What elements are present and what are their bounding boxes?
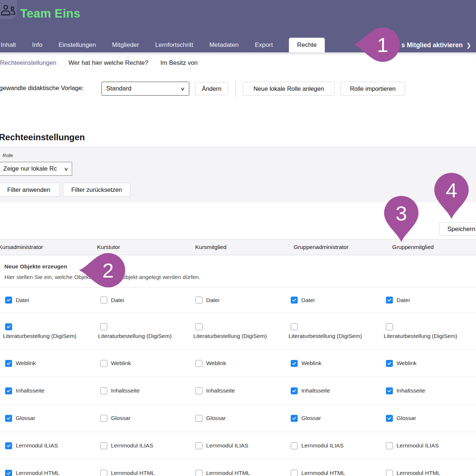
tab-metadaten[interactable]: Metadaten <box>209 38 239 52</box>
annotation-marker-1: 1 <box>354 27 400 62</box>
subnav: RechteeinstellungenWer hat hier welche R… <box>0 52 476 73</box>
subtab-wer-hat-hier-welche-rechte[interactable]: Wer hat hier welche Rechte? <box>68 59 148 67</box>
checkbox-glossar-col3[interactable] <box>196 415 202 422</box>
permission-cell: Lernmodul HTML <box>286 460 381 476</box>
annotation-marker-3: 3 <box>384 196 419 242</box>
checkbox-label: Weblink <box>397 360 417 367</box>
checkbox-weblink-col1[interactable] <box>5 360 12 367</box>
checkbox-lernmodul-html-col2[interactable] <box>100 470 107 476</box>
checkbox-datei-col3[interactable] <box>196 297 202 304</box>
annotation-number: 4 <box>434 173 469 207</box>
tab-rechte[interactable]: Rechte <box>289 38 325 52</box>
permission-cell: Lernmodul HTML <box>95 460 190 476</box>
checkbox-lernmodul-html-col5[interactable] <box>386 470 393 476</box>
checkbox-label: Inhaltsseite <box>301 387 330 394</box>
tab-inhalt[interactable]: Inhalt <box>1 38 16 52</box>
tab-lernfortschritt[interactable]: Lernfortschritt <box>155 38 193 52</box>
checkbox-weblink-col2[interactable] <box>100 360 107 367</box>
column-header-kurstutor: Kurstutor <box>95 244 190 250</box>
checkbox-glossar-col2[interactable] <box>100 415 107 422</box>
checkbox-glossar-col4[interactable] <box>291 415 298 422</box>
checkbox-lernmodul-html-col3[interactable] <box>196 470 202 476</box>
checkbox-lernmodul-ilias-col1[interactable] <box>5 442 12 449</box>
checkbox-weblink-col5[interactable] <box>386 360 393 367</box>
didactic-template-select[interactable]: Standard ∨ <box>101 82 189 96</box>
permission-cell: Lernmodul HTML <box>381 460 476 476</box>
permission-cell: Weblink <box>95 350 190 377</box>
permission-cell: Inhaltsseite <box>95 377 190 404</box>
checkbox-label: Datei <box>206 297 219 304</box>
checkbox-literaturbestellung-digisem-col4[interactable] <box>291 323 298 330</box>
import-role-button[interactable]: Rolle importieren <box>341 82 405 96</box>
permission-row-literaturbestellung-digisem: Literaturbestellung (DigiSem)Literaturbe… <box>0 313 476 350</box>
tab-einstellungen[interactable]: Einstellungen <box>59 38 96 52</box>
checkbox-label: Literaturbestellung (DigiSem) <box>193 333 267 339</box>
change-template-button[interactable]: Ändern <box>195 82 228 95</box>
checkbox-inhaltsseite-col4[interactable] <box>291 387 298 394</box>
checkbox-label: Weblink <box>301 360 321 367</box>
checkbox-literaturbestellung-digisem-col3[interactable] <box>196 323 202 330</box>
checkbox-literaturbestellung-digisem-col5[interactable] <box>386 323 393 330</box>
checkbox-glossar-col5[interactable] <box>386 415 393 422</box>
checkbox-label: Glossar <box>16 415 35 421</box>
checkbox-label: Inhaltsseite <box>111 387 140 394</box>
annotation-number: 3 <box>384 196 419 230</box>
role-filter-label: Rolle <box>3 153 13 158</box>
checkbox-label: Literaturbestellung (DigiSem) <box>98 333 172 339</box>
tab-mitglieder[interactable]: Mitglieder <box>112 38 139 52</box>
subtab-im-besitz-von[interactable]: Im Besitz von <box>160 59 198 67</box>
checkbox-inhaltsseite-col5[interactable] <box>386 387 393 394</box>
permission-cell: Lernmodul HTML <box>190 460 286 476</box>
checkbox-label: Lernmodul ILIAS <box>397 442 439 449</box>
subtab-rechteeinstellungen[interactable]: Rechteeinstellungen <box>0 59 56 67</box>
checkbox-label: Glossar <box>206 415 226 421</box>
permission-row-lernmodul-ilias: Lernmodul ILIASLernmodul ILIASLernmodul … <box>0 432 476 460</box>
permission-cell: Weblink <box>190 350 286 377</box>
checkbox-lernmodul-ilias-col5[interactable] <box>386 442 393 449</box>
checkbox-label: Lernmodul HTML <box>301 470 345 476</box>
chevron-down-icon: ∨ <box>181 86 185 92</box>
page: Team Eins InhaltInfoEinstellungenMitglie… <box>0 0 476 476</box>
checkbox-weblink-col3[interactable] <box>196 360 202 367</box>
role-filter-select-value: Zeige nur lokale Rc <box>3 165 57 172</box>
checkbox-inhaltsseite-col2[interactable] <box>100 387 107 394</box>
checkbox-lernmodul-ilias-col2[interactable] <box>100 442 107 449</box>
section-heading: Rechteeinstellungen <box>0 132 85 142</box>
new-local-role-button[interactable]: Neue lokale Rolle anlegen <box>243 82 335 96</box>
checkbox-weblink-col4[interactable] <box>291 360 298 367</box>
permission-cell: Datei <box>0 287 95 313</box>
activate-member-action[interactable]: s Mitglied aktivieren ❯ <box>401 41 471 49</box>
permission-cell: Lernmodul HTML <box>0 460 95 476</box>
checkbox-datei-col5[interactable] <box>386 297 393 304</box>
checkbox-lernmodul-html-col4[interactable] <box>291 470 298 476</box>
permission-row-weblink: WeblinkWeblinkWeblinkWeblinkWeblink <box>0 350 476 377</box>
checkbox-label: Literaturbestellung (DigiSem) <box>289 333 362 339</box>
checkbox-label: Inhaltsseite <box>206 387 235 394</box>
checkbox-inhaltsseite-col1[interactable] <box>5 387 12 394</box>
annotation-marker-4: 4 <box>434 173 469 219</box>
checkbox-datei-col2[interactable] <box>100 297 107 304</box>
filter-reset-button[interactable]: Filter zurücksetzen <box>63 183 130 197</box>
checkbox-datei-col4[interactable] <box>291 297 298 304</box>
checkbox-lernmodul-ilias-col4[interactable] <box>291 442 298 449</box>
chevron-right-icon: ❯ <box>466 42 471 49</box>
role-filter-select[interactable]: Zeige nur lokale Rc ∨ <box>0 162 72 176</box>
annotation-number: 2 <box>91 253 125 287</box>
checkbox-glossar-col1[interactable] <box>5 415 12 422</box>
permission-cell: Inhaltsseite <box>0 377 95 404</box>
tab-export[interactable]: Export <box>255 38 273 52</box>
tab-info[interactable]: Info <box>32 38 42 52</box>
permission-cell: Literaturbestellung (DigiSem) <box>0 313 95 349</box>
save-button[interactable]: Speichern <box>439 222 476 236</box>
filter-apply-button[interactable]: Filter anwenden <box>0 183 60 197</box>
checkbox-label: Lernmodul HTML <box>16 470 60 476</box>
checkbox-datei-col1[interactable] <box>5 297 12 304</box>
checkbox-label: Weblink <box>16 360 36 367</box>
permission-row-lernmodul-html: Lernmodul HTMLLernmodul HTMLLernmodul HT… <box>0 460 476 476</box>
checkbox-literaturbestellung-digisem-col1[interactable] <box>5 323 12 330</box>
checkbox-literaturbestellung-digisem-col2[interactable] <box>100 323 107 330</box>
checkbox-inhaltsseite-col3[interactable] <box>196 387 202 394</box>
permission-cell: Literaturbestellung (DigiSem) <box>190 313 286 349</box>
checkbox-lernmodul-ilias-col3[interactable] <box>196 442 202 449</box>
checkbox-lernmodul-html-col1[interactable] <box>5 470 12 476</box>
